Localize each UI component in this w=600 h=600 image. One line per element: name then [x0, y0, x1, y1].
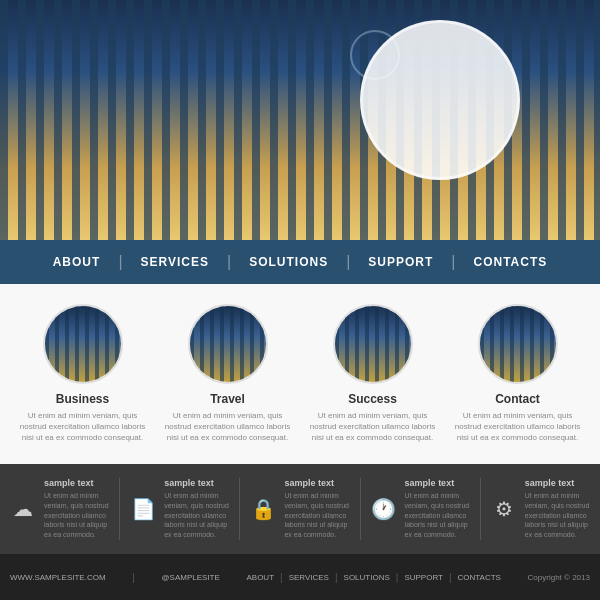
footer-col-4: ⚙sample textUt enim ad minim veniam, qui… [481, 478, 600, 540]
nav-item-contacts[interactable]: CONTACTS [456, 255, 566, 269]
footer-bottom-nav-item-about[interactable]: ABOUT [246, 573, 274, 582]
footer-col-desc-4: Ut enim ad minim veniam, quis nostrud ex… [525, 491, 592, 540]
feature-item-1: TravelUt enim ad minim veniam, quis nost… [163, 304, 293, 444]
footer-website[interactable]: WWW.SAMPLESITE.COM [10, 573, 106, 582]
nav-item-about[interactable]: ABOUT [35, 255, 119, 269]
footer-col-text-3: sample textUt enim ad minim veniam, quis… [405, 478, 472, 540]
nav-item-services[interactable]: SERVICES [123, 255, 227, 269]
footer-bottom-nav-item-support[interactable]: SUPPORT [404, 573, 443, 582]
hero-section [0, 0, 600, 240]
feature-text-2: Ut enim ad minim veniam, quis nostrud ex… [308, 410, 438, 444]
main-nav: ABOUT|SERVICES|SOLUTIONS|SUPPORT|CONTACT… [0, 240, 600, 284]
feature-circle-image-3 [480, 306, 556, 382]
feature-circle-image-0 [45, 306, 121, 382]
feature-item-0: BusinessUt enim ad minim veniam, quis no… [18, 304, 148, 444]
footer-bottom-sep-1: | [280, 572, 283, 583]
footer-col-text-1: sample textUt enim ad minim veniam, quis… [164, 478, 231, 540]
footer-top: ☁sample textUt enim ad minim veniam, qui… [0, 464, 600, 554]
footer-col-desc-2: Ut enim ad minim veniam, quis nostrud ex… [284, 491, 351, 540]
footer-bottom: WWW.SAMPLESITE.COM|@SAMPLESITEABOUT|SERV… [0, 554, 600, 600]
footer-col-title-2: sample text [284, 478, 351, 488]
footer-bottom-nav-item-services[interactable]: SERVICES [289, 573, 329, 582]
feature-item-3: ContactUt enim ad minim veniam, quis nos… [453, 304, 583, 444]
footer-col-text-4: sample textUt enim ad minim veniam, quis… [525, 478, 592, 540]
feature-circle-image-2 [335, 306, 411, 382]
feature-circle-3 [478, 304, 558, 384]
footer-bottom-nav: ABOUT|SERVICES|SOLUTIONS|SUPPORT|CONTACT… [246, 572, 500, 583]
features-section: BusinessUt enim ad minim veniam, quis no… [0, 284, 600, 464]
nav-item-support[interactable]: SUPPORT [350, 255, 451, 269]
footer-col-text-0: sample textUt enim ad minim veniam, quis… [44, 478, 111, 540]
footer-col-desc-3: Ut enim ad minim veniam, quis nostrud ex… [405, 491, 472, 540]
feature-circle-0 [43, 304, 123, 384]
footer-bottom-nav-item-solutions[interactable]: SOLUTIONS [344, 573, 390, 582]
footer-icon-0: ☁ [8, 494, 38, 524]
feature-title-1: Travel [210, 392, 245, 406]
feature-text-0: Ut enim ad minim veniam, quis nostrud ex… [18, 410, 148, 444]
footer-col-text-2: sample textUt enim ad minim veniam, quis… [284, 478, 351, 540]
footer-bottom-sep-3: | [396, 572, 399, 583]
footer-col-2: 🔒sample textUt enim ad minim veniam, qui… [240, 478, 360, 540]
footer-bottom-sep-4: | [449, 572, 452, 583]
footer-col-desc-0: Ut enim ad minim veniam, quis nostrud ex… [44, 491, 111, 540]
feature-title-0: Business [56, 392, 109, 406]
feature-circle-2 [333, 304, 413, 384]
footer-icon-1: 📄 [128, 494, 158, 524]
footer-col-3: 🕐sample textUt enim ad minim veniam, qui… [361, 478, 481, 540]
feature-circle-1 [188, 304, 268, 384]
footer-col-title-3: sample text [405, 478, 472, 488]
hero-circle [360, 20, 520, 180]
footer-col-0: ☁sample textUt enim ad minim veniam, qui… [0, 478, 120, 540]
feature-text-1: Ut enim ad minim veniam, quis nostrud ex… [163, 410, 293, 444]
nav-item-solutions[interactable]: SOLUTIONS [231, 255, 346, 269]
footer-bottom-nav-item-contacts[interactable]: CONTACTS [458, 573, 501, 582]
footer-social[interactable]: @SAMPLESITE [161, 573, 219, 582]
footer-icon-2: 🔒 [248, 494, 278, 524]
footer-col-1: 📄sample textUt enim ad minim veniam, qui… [120, 478, 240, 540]
footer-icon-4: ⚙ [489, 494, 519, 524]
footer-col-title-1: sample text [164, 478, 231, 488]
footer-sep-0: | [132, 572, 135, 583]
feature-text-3: Ut enim ad minim veniam, quis nostrud ex… [453, 410, 583, 444]
footer-col-desc-1: Ut enim ad minim veniam, quis nostrud ex… [164, 491, 231, 540]
footer-copyright: Copyright © 2013 [528, 573, 590, 582]
feature-title-3: Contact [495, 392, 540, 406]
footer-icon-3: 🕐 [369, 494, 399, 524]
feature-item-2: SuccessUt enim ad minim veniam, quis nos… [308, 304, 438, 444]
footer-col-title-0: sample text [44, 478, 111, 488]
footer-bottom-sep-2: | [335, 572, 338, 583]
feature-title-2: Success [348, 392, 397, 406]
feature-circle-image-1 [190, 306, 266, 382]
footer-col-title-4: sample text [525, 478, 592, 488]
